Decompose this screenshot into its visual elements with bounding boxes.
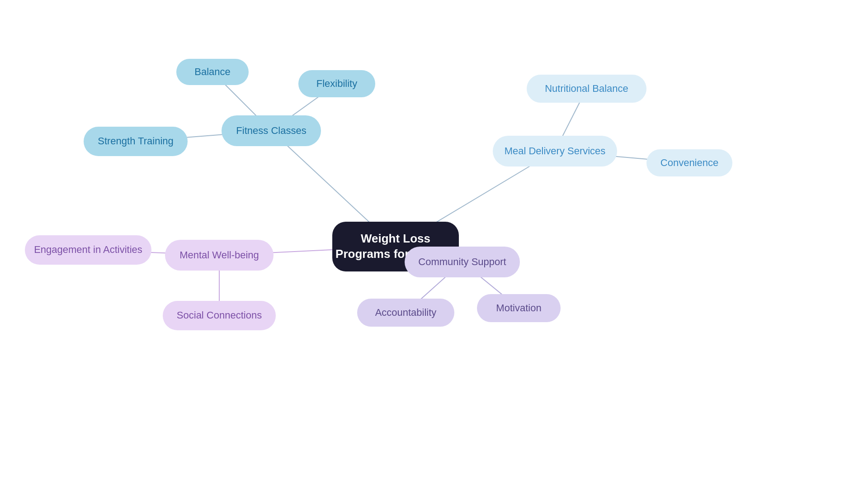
node-flexibility[interactable]: Flexibility — [298, 70, 375, 97]
node-mental[interactable]: Mental Well-being — [165, 240, 274, 271]
node-strength[interactable]: Strength Training — [84, 127, 188, 156]
node-engagement[interactable]: Engagement in Activities — [25, 235, 151, 265]
node-nutritional[interactable]: Nutritional Balance — [527, 75, 646, 103]
node-community[interactable]: Community Support — [405, 247, 520, 277]
node-convenience[interactable]: Convenience — [646, 149, 732, 176]
node-motivation[interactable]: Motivation — [477, 294, 561, 322]
node-balance[interactable]: Balance — [176, 59, 249, 85]
node-social[interactable]: Social Connections — [163, 301, 276, 330]
mind-map-container: Weight Loss Programs for SeniorsFitness … — [0, 0, 868, 490]
node-meal[interactable]: Meal Delivery Services — [493, 136, 617, 167]
node-fitness[interactable]: Fitness Classes — [222, 115, 321, 146]
node-accountability[interactable]: Accountability — [357, 299, 454, 327]
